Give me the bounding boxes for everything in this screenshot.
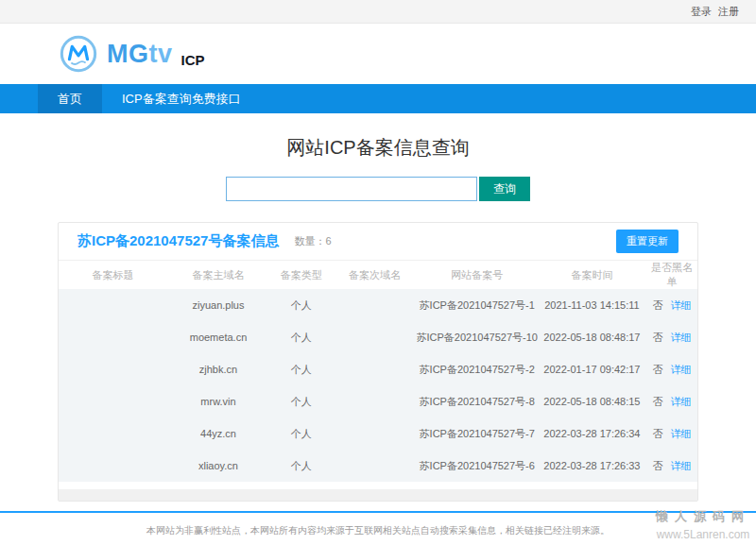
cell-title bbox=[59, 289, 167, 321]
cell-icp-number: 苏ICP备2021047527号-8 bbox=[417, 385, 538, 417]
cell-blacklist: 否详细 bbox=[646, 385, 697, 417]
logo-wordmark: MGtv bbox=[107, 40, 173, 69]
table-row: moemeta.cn 个人 苏ICP备2021047527号-10 2022-0… bbox=[59, 321, 697, 353]
cell-time: 2022-01-17 09:42:17 bbox=[538, 353, 646, 385]
page-footer: 本网站为非赢利性站点，本网站所有内容均来源于互联网相关站点自动搜索采集信息，相关… bbox=[0, 511, 756, 545]
reset-update-button[interactable]: 重置更新 bbox=[616, 230, 679, 253]
cell-time: 2022-05-18 08:48:17 bbox=[538, 321, 646, 353]
table-row: mrw.vin 个人 苏ICP备2021047527号-8 2022-05-18… bbox=[59, 385, 697, 417]
watermark-site-name: 懒人源码网 bbox=[656, 508, 750, 525]
detail-link[interactable]: 详细 bbox=[670, 428, 691, 439]
record-count-label: 数量： bbox=[294, 235, 325, 247]
cell-type: 个人 bbox=[269, 289, 334, 321]
blacklist-flag: 否 bbox=[652, 428, 662, 439]
cell-icp-number: 苏ICP备2021047527号-2 bbox=[417, 353, 538, 385]
result-card: 苏ICP备2021047527号备案信息 数量：6 重置更新 备案标题 备案主域… bbox=[58, 222, 698, 502]
search-bar: 查询 bbox=[0, 177, 756, 201]
table-row: xliaoy.cn 个人 苏ICP备2021047527号-6 2022-03-… bbox=[59, 450, 697, 482]
nav-item-home[interactable]: 首页 bbox=[38, 84, 102, 113]
cell-icp-number: 苏ICP备2021047527号-6 bbox=[417, 450, 538, 482]
col-header-main-domain: 备案主域名 bbox=[167, 261, 269, 289]
search-input[interactable] bbox=[226, 177, 477, 201]
cell-sub-domain bbox=[334, 385, 417, 417]
card-footer-strip bbox=[59, 489, 697, 501]
cell-title bbox=[59, 417, 167, 450]
record-count-value: 6 bbox=[325, 235, 331, 247]
watermark-site-url: www.5Lanren.com bbox=[656, 528, 750, 541]
search-button[interactable]: 查询 bbox=[479, 177, 530, 201]
cell-type: 个人 bbox=[269, 417, 334, 450]
cell-domain: moemeta.cn bbox=[167, 321, 269, 353]
table-row: ziyuan.plus 个人 苏ICP备2021047527号-1 2021-1… bbox=[59, 289, 697, 321]
detail-link[interactable]: 详细 bbox=[670, 396, 691, 407]
cell-blacklist: 否详细 bbox=[646, 353, 697, 385]
cell-type: 个人 bbox=[269, 321, 334, 353]
cell-title bbox=[59, 321, 167, 353]
logo-bar: MGtv ICP bbox=[0, 24, 756, 84]
cell-blacklist: 否详细 bbox=[646, 289, 697, 321]
col-header-icp-number: 网站备案号 bbox=[417, 261, 538, 289]
detail-link[interactable]: 详细 bbox=[670, 332, 691, 343]
top-utility-bar: 登录 注册 bbox=[0, 0, 756, 24]
detail-link[interactable]: 详细 bbox=[670, 364, 691, 375]
record-title: 苏ICP备2021047527号备案信息 bbox=[77, 232, 279, 250]
result-card-header: 苏ICP备2021047527号备案信息 数量：6 重置更新 bbox=[59, 223, 697, 261]
cell-domain: ziyuan.plus bbox=[167, 289, 269, 321]
cell-type: 个人 bbox=[269, 353, 334, 385]
detail-link[interactable]: 详细 bbox=[670, 299, 691, 311]
record-count: 数量：6 bbox=[294, 234, 331, 248]
register-link[interactable]: 注册 bbox=[718, 5, 739, 19]
cell-blacklist: 否详细 bbox=[646, 417, 697, 450]
cell-sub-domain bbox=[334, 289, 417, 321]
page-title: 网站ICP备案信息查询 bbox=[0, 135, 756, 161]
col-header-record-time: 备案时间 bbox=[538, 261, 646, 289]
footer-disclaimer: 本网站为非赢利性站点，本网站所有内容均来源于互联网相关站点自动搜索采集信息，相关… bbox=[0, 524, 756, 537]
logo-icp-suffix: ICP bbox=[181, 52, 205, 68]
table-row: zjhbk.cn 个人 苏ICP备2021047527号-2 2022-01-1… bbox=[59, 353, 697, 385]
cell-blacklist: 否详细 bbox=[646, 321, 697, 353]
logo-tv: tv bbox=[149, 40, 173, 68]
cell-blacklist: 否详细 bbox=[646, 450, 697, 482]
icp-records-table: 备案标题 备案主域名 备案类型 备案次域名 网站备案号 备案时间 是否黑名单 z… bbox=[59, 261, 697, 482]
mango-logo-icon bbox=[59, 34, 98, 74]
col-header-record-type: 备案类型 bbox=[269, 261, 334, 289]
cell-domain: mrw.vin bbox=[167, 385, 269, 417]
cell-domain: zjhbk.cn bbox=[167, 353, 269, 385]
blacklist-flag: 否 bbox=[652, 460, 662, 471]
col-header-record-title: 备案标题 bbox=[59, 261, 167, 289]
logo-mg: MG bbox=[107, 40, 149, 68]
cell-domain: xliaoy.cn bbox=[167, 450, 269, 482]
table-header-row: 备案标题 备案主域名 备案类型 备案次域名 网站备案号 备案时间 是否黑名单 bbox=[59, 261, 697, 289]
login-link[interactable]: 登录 bbox=[691, 5, 712, 19]
cell-type: 个人 bbox=[269, 385, 334, 417]
blacklist-flag: 否 bbox=[652, 364, 662, 375]
cell-time: 2022-03-28 17:26:33 bbox=[538, 450, 646, 482]
col-header-blacklist: 是否黑名单 bbox=[646, 261, 697, 289]
cell-title bbox=[59, 450, 167, 482]
cell-type: 个人 bbox=[269, 450, 334, 482]
cell-title bbox=[59, 353, 167, 385]
nav-item-icp-api[interactable]: ICP备案查询免费接口 bbox=[102, 84, 261, 113]
detail-link[interactable]: 详细 bbox=[670, 460, 691, 471]
cell-sub-domain bbox=[334, 353, 417, 385]
cell-sub-domain bbox=[334, 321, 417, 353]
blacklist-flag: 否 bbox=[652, 396, 662, 407]
table-row: 44yz.cn 个人 苏ICP备2021047527号-7 2022-03-28… bbox=[59, 417, 697, 450]
cell-sub-domain bbox=[334, 450, 417, 482]
cell-icp-number: 苏ICP备2021047527号-10 bbox=[417, 321, 538, 353]
main-nav: 首页 ICP备案查询免费接口 bbox=[0, 84, 756, 113]
cell-title bbox=[59, 385, 167, 417]
cell-time: 2021-11-03 14:15:11 bbox=[538, 289, 646, 321]
watermark: 懒人源码网 www.5Lanren.com bbox=[656, 508, 750, 541]
cell-sub-domain bbox=[334, 417, 417, 450]
cell-domain: 44yz.cn bbox=[167, 417, 269, 450]
cell-icp-number: 苏ICP备2021047527号-1 bbox=[417, 289, 538, 321]
col-header-sub-domain: 备案次域名 bbox=[334, 261, 417, 289]
cell-icp-number: 苏ICP备2021047527号-7 bbox=[417, 417, 538, 450]
blacklist-flag: 否 bbox=[652, 299, 662, 311]
cell-time: 2022-05-18 08:48:15 bbox=[538, 385, 646, 417]
cell-time: 2022-03-28 17:26:34 bbox=[538, 417, 646, 450]
blacklist-flag: 否 bbox=[652, 332, 662, 343]
